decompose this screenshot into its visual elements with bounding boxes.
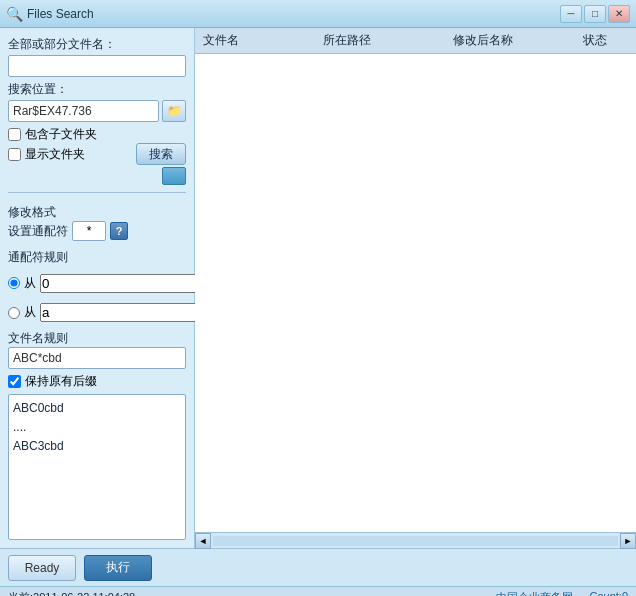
search-location-row: 📁 (8, 100, 186, 122)
status-datetime: 当前:2011-06-22 11:04:28 (8, 590, 135, 596)
alpha-range-row: 从 到 (8, 303, 186, 322)
horizontal-scrollbar[interactable]: ◄ ► (195, 532, 636, 548)
options-section: 包含子文件夹 显示文件夹 搜索 (8, 126, 186, 185)
minimize-button[interactable]: ─ (560, 5, 582, 23)
table-header: 文件名 所在路径 修改后名称 状态 (195, 28, 636, 54)
help-button[interactable]: ? (110, 222, 128, 240)
filename-input[interactable] (8, 55, 186, 77)
status-bar: 当前:2011-06-22 11:04:28 中国企业商务网 Count:0 (0, 586, 636, 596)
from2-label: 从 (24, 304, 36, 321)
col-path-header: 所在路径 (315, 32, 445, 49)
status-website[interactable]: 中国企业商务网 (496, 590, 573, 596)
table-body[interactable] (195, 54, 636, 532)
alpha-radio[interactable] (8, 307, 20, 319)
wildcard-value-input[interactable] (72, 221, 106, 241)
ready-button[interactable]: Ready (8, 555, 76, 581)
wildcard-setting-label: 设置通配符 (8, 223, 68, 240)
search-location-input[interactable] (8, 100, 159, 122)
search-location-label: 搜索位置： (8, 81, 186, 98)
scrollbar-track[interactable] (213, 536, 618, 546)
status-count: Count:0 (589, 590, 628, 596)
close-button[interactable]: ✕ (608, 5, 630, 23)
preview-line-1: ABC0cbd (13, 399, 181, 418)
col-filename-header: 文件名 (195, 32, 315, 49)
wildcard-setting-row: 设置通配符 ? (8, 221, 186, 241)
window-controls: ─ □ ✕ (560, 5, 630, 23)
browse-folder-button[interactable]: 📁 (162, 100, 186, 122)
numeric-radio[interactable] (8, 277, 20, 289)
filename-rule-input[interactable] (8, 347, 186, 369)
from2-input[interactable] (40, 303, 213, 322)
include-subfolders-row: 包含子文件夹 (8, 126, 186, 143)
divider1 (8, 192, 186, 193)
wildcard-rules-section: 通配符规则 从 到 长度 1 2 3 ▼ 从 到 (8, 245, 186, 322)
scroll-right-button[interactable]: ► (620, 533, 636, 549)
preview-line-3: ABC3cbd (13, 437, 181, 456)
search-button[interactable]: 搜索 (136, 143, 186, 165)
filename-section: 全部或部分文件名： (8, 36, 186, 77)
filename-label: 全部或部分文件名： (8, 36, 186, 53)
show-folders-label: 显示文件夹 (25, 146, 85, 163)
keep-suffix-checkbox[interactable] (8, 375, 21, 388)
left-panel: 全部或部分文件名： 搜索位置： 📁 包含子文件夹 显示文件夹 (0, 28, 195, 548)
col-newname-header: 修改后名称 (445, 32, 575, 49)
wildcard-rule-label: 通配符规则 (8, 249, 186, 266)
right-panel: 文件名 所在路径 修改后名称 状态 ◄ ► (195, 28, 636, 548)
scroll-left-button[interactable]: ◄ (195, 533, 211, 549)
bottom-toolbar: Ready 执行 (0, 548, 636, 586)
app-icon: 🔍 (6, 6, 23, 22)
include-subfolders-checkbox[interactable] (8, 128, 21, 141)
preview-line-2: .... (13, 418, 181, 437)
col-status-header: 状态 (575, 32, 636, 49)
modify-format-section: 修改格式 设置通配符 ? (8, 200, 186, 241)
maximize-button[interactable]: □ (584, 5, 606, 23)
status-right: 中国企业商务网 Count:0 (496, 590, 628, 596)
filename-rule-label: 文件名规则 (8, 330, 186, 347)
app-title: Files Search (27, 7, 560, 21)
preview-area: ABC0cbd .... ABC3cbd (8, 394, 186, 540)
from1-label: 从 (24, 275, 36, 292)
title-bar: 🔍 Files Search ─ □ ✕ (0, 0, 636, 28)
search-location-section: 搜索位置： 📁 (8, 81, 186, 122)
filename-rule-section: 文件名规则 (8, 326, 186, 369)
execute-button[interactable]: 执行 (84, 555, 152, 581)
modify-format-label: 修改格式 (8, 204, 186, 221)
show-folders-row: 显示文件夹 (8, 146, 85, 163)
show-folders-checkbox[interactable] (8, 148, 21, 161)
keep-suffix-label: 保持原有后缀 (25, 373, 97, 390)
include-subfolders-label: 包含子文件夹 (25, 126, 97, 143)
keep-suffix-row: 保持原有后缀 (8, 373, 186, 390)
folder-icon: 📁 (167, 104, 182, 118)
from1-input[interactable] (40, 274, 213, 293)
small-action-button[interactable] (162, 167, 186, 185)
main-container: 全部或部分文件名： 搜索位置： 📁 包含子文件夹 显示文件夹 (0, 28, 636, 548)
numeric-range-row: 从 到 长度 1 2 3 ▼ (8, 266, 186, 300)
